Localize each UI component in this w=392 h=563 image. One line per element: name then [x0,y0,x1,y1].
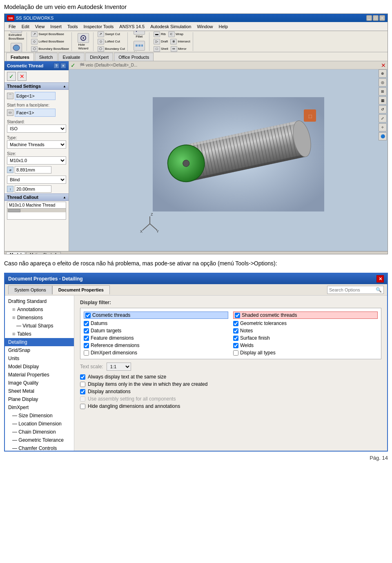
edge-input[interactable] [15,92,56,100]
dim-value-input[interactable] [15,166,51,174]
nav-units[interactable]: Units [5,354,74,363]
toolbar-intersect[interactable]: ⊗ Intersect [169,38,191,45]
toolbar-lofted-cut[interactable]: ◇ Lofted Cut [97,38,121,45]
nav-model-display[interactable]: Model Display [5,363,74,371]
tab-document-properties[interactable]: Document Properties [52,285,110,294]
menu-help[interactable]: Help [216,23,231,30]
toolbar-fillet[interactable]: Fillet [131,31,147,39]
toolbar-wrap[interactable]: ⊂ Wrap [167,31,184,38]
text-scale-select[interactable]: 1:1 1:2 2:1 [107,363,131,371]
toolbar-lofted-boss[interactable]: ◇ Lofted Boss/Base [30,38,65,45]
nav-image-quality[interactable]: Image Quality [5,379,74,387]
toolbar-boundary-boss[interactable]: ⬡ Boundary Boss/Base [30,46,70,52]
toolbar-mirror[interactable]: ⇔ Mirror [170,46,187,52]
nav-annotations[interactable]: ⊞ Annotations [5,305,74,314]
cb-welds[interactable] [233,343,238,348]
toolbar-shell[interactable]: □ Shell [153,46,169,52]
depth-input[interactable] [15,185,51,193]
toolbar-hole-wizard[interactable]: HoleWizard [75,32,91,51]
tab-evaluate[interactable]: Evaluate [58,53,85,61]
rtoolbar-btn-5[interactable]: ↺ [379,105,387,113]
search-input[interactable] [329,287,374,292]
toolbar-swept-cut[interactable]: ↗ Swept Cut [97,31,121,38]
nav-dimensions[interactable]: ⊞ Dimensions [5,314,74,322]
toolbar-rib[interactable]: ▬ Rib [153,31,167,38]
callout-scrollbar[interactable] [7,208,66,212]
cb-geometric-tolerances[interactable] [233,321,238,326]
toolbar-draft[interactable]: ▷ Draft [153,38,169,45]
rtoolbar-btn-8[interactable]: 🔵 [379,132,387,140]
toolbar-revolved-boss[interactable]: RevolvedBoss/Base [8,42,25,53]
close-btn[interactable]: × [379,15,385,21]
nav-sheet-metal[interactable]: Sheet Metal [5,387,74,395]
accept-btn[interactable]: ✓ [7,72,16,81]
menu-inspector[interactable]: Inspector Tools [81,23,116,30]
cb-display-view-only[interactable] [80,382,85,387]
bottom-tab-model[interactable]: Model [6,252,25,255]
cb-hide-dangling[interactable] [80,404,85,409]
rtoolbar-btn-7[interactable]: ✧ [379,123,387,131]
blind-select[interactable]: Blind [7,176,66,184]
tab-office-products[interactable]: Office Products [114,53,154,61]
cancel-btn[interactable]: ✕ [18,72,27,81]
nav-chamfer-controls[interactable]: — Chamfer Controls [5,444,74,451]
nav-dimxpert[interactable]: DimXpert [5,403,74,412]
menu-window[interactable]: Window [194,23,215,30]
cb-always-display[interactable] [80,374,85,380]
nav-detailing[interactable]: Detailing [5,338,74,346]
nav-tables[interactable]: ⊞ Tables [5,330,74,338]
rtoolbar-btn-6[interactable]: ⤢ [379,114,387,122]
nav-material-properties[interactable]: Material Properties [5,371,74,379]
viewport-cancel-btn[interactable]: ✕ [381,62,386,69]
thread-settings-header[interactable]: Thread Settings ▲ [4,82,69,90]
cb-cosmetic-threads[interactable] [85,313,91,318]
cb-shaded-cosmetic[interactable] [235,313,240,318]
size-select[interactable]: M10x1.0 [7,156,66,165]
cb-reference-dimensions[interactable] [84,343,89,348]
menu-autodesk[interactable]: Autodesk Simulation [148,23,194,30]
nav-plane-display[interactable]: Plane Display [5,395,74,403]
menu-tools[interactable]: Tools [65,23,80,30]
thread-callout-header[interactable]: Thread Callout ▲ [4,194,69,201]
tab-features[interactable]: Features [6,53,34,61]
toolbar-swept-boss[interactable]: ↗ Swept Boss/Base [30,31,65,38]
tab-system-options[interactable]: System Options [8,285,52,294]
face-input[interactable] [15,109,56,117]
maximize-btn[interactable]: □ [373,15,379,21]
toolbar-linear-pattern[interactable]: LinearPattern [131,40,147,52]
cb-datums[interactable] [84,321,89,326]
rtoolbar-btn-1[interactable]: ⊕ [379,69,387,78]
rtoolbar-btn-4[interactable]: ▦ [379,96,387,105]
bottom-tab-motion[interactable]: Motion Study 1 [26,252,61,255]
menu-view[interactable]: View [33,23,47,30]
cb-dimxpert-dimensions[interactable] [84,350,89,356]
panel-pin-btn[interactable]: × [60,63,66,69]
cb-feature-dimensions[interactable] [84,336,89,341]
menu-ansys[interactable]: ANSYS 14.5 [117,23,147,30]
cb-surface-finish[interactable] [233,336,238,341]
menu-edit[interactable]: Edit [19,23,32,30]
nav-size-dimension[interactable]: — Size Dimension [5,412,74,420]
rtoolbar-btn-3[interactable]: ⊞ [379,87,387,96]
minimize-btn[interactable]: _ [366,15,372,21]
rtoolbar-btn-2[interactable]: ◎ [379,78,387,87]
nav-drafting-standard[interactable]: Drafting Standard [5,297,74,305]
type-select[interactable]: Machine Threads [7,140,66,149]
dialog-close-btn[interactable]: ✕ [376,275,384,283]
menu-insert[interactable]: Insert [48,23,64,30]
cb-display-annotations[interactable] [80,389,85,394]
toolbar-boundary-cut[interactable]: ⬡ Boundary Cut [97,46,126,52]
standard-select[interactable]: ISO [7,125,66,133]
menu-file[interactable]: File [6,23,18,30]
toolbar-extruded-boss[interactable]: ExtrudedBoss/Base [8,31,25,41]
cb-notes[interactable] [233,328,238,334]
viewport-accept-btn[interactable]: ✓ [71,62,76,69]
nav-geometric-tolerance[interactable]: — Geometric Tolerance [5,436,74,444]
nav-grid-snap[interactable]: Grid/Snap [5,346,74,354]
nav-virtual-sharps[interactable]: — Virtual Sharps [5,322,74,330]
panel-help-btn[interactable]: ? [53,63,59,69]
nav-location-dimension[interactable]: — Location Dimension [5,420,74,428]
cb-datum-targets[interactable] [84,328,89,334]
tab-dimxpert[interactable]: DimXpert [85,53,113,61]
toolbar-extruded-cut[interactable]: ExtrudedCut [75,31,91,31]
